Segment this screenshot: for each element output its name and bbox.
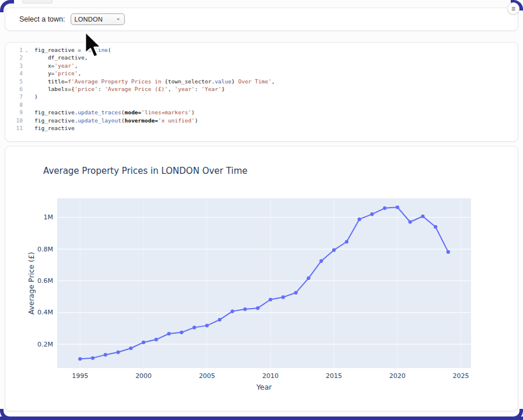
x-axis-title: Year bbox=[256, 383, 272, 391]
y-tick-label: 0.6M bbox=[37, 277, 53, 285]
town-select[interactable]: LONDON ⌄ bbox=[71, 13, 125, 25]
data-point[interactable] bbox=[167, 332, 170, 335]
code-line: x='year', bbox=[34, 62, 275, 69]
data-point[interactable] bbox=[231, 310, 234, 313]
y-tick-label: 0.2M bbox=[37, 341, 53, 348]
menu-button[interactable]: ≡ bbox=[507, 2, 519, 15]
code-line: labels={'price': 'Average Price (£)', 'y… bbox=[34, 85, 275, 93]
code-line: fig_reactive.update_layout(hovermode='x … bbox=[34, 117, 275, 124]
line-number: 7 bbox=[5, 93, 29, 100]
code-line: df_reactive, bbox=[34, 54, 275, 61]
data-point[interactable] bbox=[116, 351, 120, 354]
price-chart: 19952000200520102015202020250.2M0.4M0.6M… bbox=[5, 146, 519, 412]
x-tick-label: 2010 bbox=[262, 372, 278, 380]
x-tick-label: 2020 bbox=[389, 372, 406, 380]
data-point[interactable] bbox=[104, 353, 107, 356]
data-point[interactable] bbox=[319, 259, 323, 262]
code-line: fig_reactive.update_traces(mode='lines+m… bbox=[34, 108, 275, 116]
x-tick-label: 2005 bbox=[199, 372, 215, 380]
output-cell: 19952000200520102015202020250.2M0.4M0.6M… bbox=[5, 146, 518, 411]
scrolled-cell-fragment bbox=[22, 0, 53, 4]
code-cell: 1⌄234567891011 fig_reactive = px.line( d… bbox=[5, 42, 518, 142]
data-point[interactable] bbox=[193, 326, 196, 329]
data-point[interactable] bbox=[358, 218, 361, 221]
y-tick-label: 0.4M bbox=[37, 309, 53, 316]
code-editor[interactable]: 1⌄234567891011 fig_reactive = px.line( d… bbox=[5, 43, 518, 132]
data-point[interactable] bbox=[243, 307, 247, 311]
fold-chevron-icon[interactable]: ⌄ bbox=[25, 47, 28, 54]
data-point[interactable] bbox=[294, 291, 298, 295]
code-line: fig_reactive = px.line( bbox=[34, 46, 275, 54]
line-number: 11 bbox=[5, 124, 29, 132]
data-point[interactable] bbox=[370, 212, 374, 216]
data-point[interactable] bbox=[218, 318, 221, 321]
code-line bbox=[34, 101, 275, 108]
x-tick-label: 2015 bbox=[326, 372, 342, 380]
data-point[interactable] bbox=[409, 220, 412, 223]
code-gutter: 1⌄234567891011 bbox=[5, 46, 29, 132]
line-number: 8 bbox=[5, 101, 29, 108]
data-point[interactable] bbox=[332, 249, 336, 252]
line-number: 5 bbox=[5, 78, 29, 85]
data-point[interactable] bbox=[205, 324, 209, 327]
line-number: 4 bbox=[5, 69, 29, 77]
data-point[interactable] bbox=[91, 356, 95, 360]
town-select-value: LONDON bbox=[75, 16, 116, 23]
x-tick-label: 2000 bbox=[135, 372, 152, 380]
window-frame-bottom bbox=[0, 416, 523, 420]
data-point[interactable] bbox=[142, 341, 145, 344]
plot-area[interactable] bbox=[57, 198, 471, 368]
data-point[interactable] bbox=[269, 298, 272, 301]
data-point[interactable] bbox=[307, 276, 311, 280]
data-point[interactable] bbox=[434, 225, 437, 229]
data-point[interactable] bbox=[281, 295, 285, 299]
line-number: 3 bbox=[5, 62, 29, 69]
line-number: 6 bbox=[5, 85, 29, 93]
town-select-label: Select a town: bbox=[19, 15, 65, 23]
y-tick-label: 1M bbox=[44, 214, 54, 221]
line-number: 1⌄ bbox=[5, 46, 29, 54]
data-point[interactable] bbox=[345, 240, 348, 243]
data-point[interactable] bbox=[129, 346, 133, 350]
line-number: 2 bbox=[5, 54, 29, 61]
x-tick-label: 1995 bbox=[72, 372, 88, 380]
y-axis-title: Average Price (£) bbox=[27, 252, 36, 314]
select-cell: Select a town: LONDON ⌄ bbox=[5, 8, 518, 31]
code-line: title=f'Average Property Prices in {town… bbox=[34, 78, 275, 85]
data-point[interactable] bbox=[256, 306, 260, 310]
code-lines: fig_reactive = px.line( df_reactive, x='… bbox=[34, 46, 275, 132]
code-line: fig_reactive bbox=[34, 124, 275, 132]
data-point[interactable] bbox=[421, 215, 424, 218]
hamburger-icon: ≡ bbox=[511, 5, 515, 12]
chart-title: Average Property Prices in LONDON Over T… bbox=[43, 166, 247, 176]
line-number: 9 bbox=[5, 108, 29, 116]
code-line: y='price', bbox=[34, 69, 275, 77]
y-tick-label: 0.8M bbox=[37, 246, 53, 253]
x-tick-label: 2025 bbox=[453, 372, 469, 380]
line-number: 10 bbox=[5, 117, 29, 124]
data-point[interactable] bbox=[383, 206, 386, 210]
data-point[interactable] bbox=[155, 338, 158, 341]
data-point[interactable] bbox=[447, 250, 450, 254]
chevron-down-icon: ⌄ bbox=[116, 15, 120, 21]
data-point[interactable] bbox=[396, 205, 399, 209]
code-line: ) bbox=[34, 93, 275, 100]
data-point[interactable] bbox=[78, 357, 82, 360]
data-point[interactable] bbox=[180, 331, 183, 334]
